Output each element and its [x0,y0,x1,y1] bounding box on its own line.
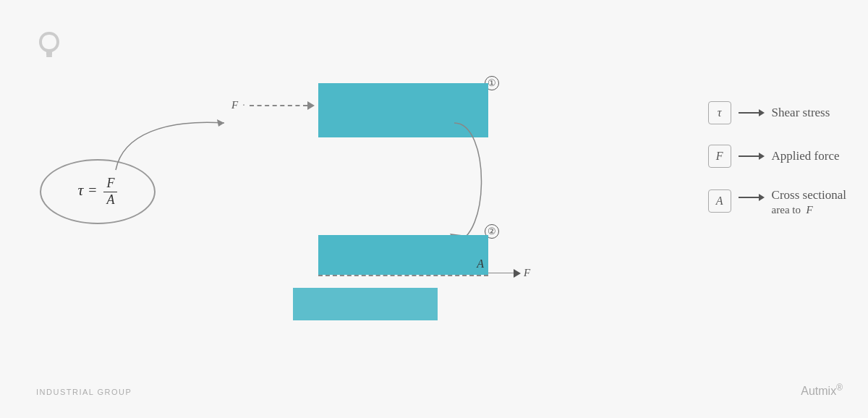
logo [36,29,62,63]
force-arrow-block2 [488,269,521,278]
legend-text-shear: Shear stress [772,106,830,120]
svg-rect-0 [46,55,52,57]
legend-item-force: F Applied force [708,145,846,168]
block2-section: ② A F [278,235,488,320]
force-label-block1: F · [231,99,315,111]
legend-symbol-tau: τ [708,101,731,124]
legend-arrow-area [739,194,765,201]
block2-teal-bottom [293,288,438,320]
dashed-arrow-block1 [250,101,315,110]
legend: τ Shear stress F Applied force A [708,101,846,236]
legend-text-force: Applied force [772,149,840,163]
legend-item-area: A Cross sectional area to F [708,188,846,216]
legend-arrow-force [739,153,765,160]
footer-left: INDUSTRIAL GROUP [36,388,132,396]
footer-right: Autmix® [801,383,843,398]
area-label: A [477,257,484,270]
block2-top: A F [278,235,488,275]
block2-teal-top: A [318,235,488,275]
legend-item-shear: τ Shear stress [708,101,846,124]
formula-to-diagram-arrow [94,112,239,184]
legend-text-area: Cross sectional area to F [772,188,846,216]
force-label-block2: F [488,267,530,279]
legend-arrow-shear [739,109,765,116]
dashed-divider [318,275,488,276]
legend-symbol-A: A [708,189,731,213]
svg-marker-1 [217,119,224,127]
legend-symbol-F: F [708,145,731,168]
